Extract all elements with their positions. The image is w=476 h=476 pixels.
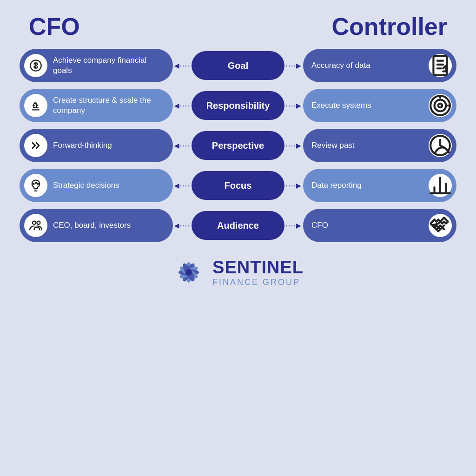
left-connector-2: ◀···· [174,142,190,149]
row-3: Strategic decisions ◀···· Focus ····▶ Da… [20,169,456,202]
svg-point-17 [35,182,36,183]
brand-name: SENTINEL [212,258,304,278]
page: CFO Controller Achieve company financial… [15,13,461,463]
center-pill-4: Audience [192,211,284,240]
right-connector-0: ····▶ [286,62,302,69]
left-icon-0 [24,54,47,77]
row-0: Achieve company financial goals ◀···· Go… [20,49,456,82]
right-text-2: Review past [311,140,423,151]
row-2: Forward-thinking ◀···· Perspective ····▶… [20,129,456,162]
right-text-3: Data reporting [311,180,423,191]
cfo-header: CFO [29,13,80,40]
svg-point-23 [33,221,36,225]
svg-point-31 [185,269,192,276]
svg-point-11 [434,100,446,112]
right-pill-3: Data reporting [303,169,456,202]
left-pill-4: CEO, board, investors [20,209,173,242]
left-text-1: Create structure & scale the company [53,95,165,116]
left-connector-0: ◀···· [174,62,190,69]
right-text-1: Execute systems [311,100,423,111]
right-icon-2 [429,134,452,157]
right-icon-4 [429,214,452,237]
left-connector-4: ◀···· [174,222,190,229]
left-icon-2 [24,134,47,157]
left-icon-4 [24,214,47,237]
left-text-4: CEO, board, investors [53,220,131,231]
right-text-4: CFO [311,220,423,231]
right-connector-4: ····▶ [286,222,302,229]
left-pill-2: Forward-thinking [20,129,173,162]
left-connector-3: ◀···· [174,182,190,189]
svg-point-24 [37,221,40,225]
left-text-3: Strategic decisions [53,180,119,191]
center-pill-2: Perspective [192,131,284,160]
left-pill-3: Strategic decisions [20,169,173,202]
right-pill-0: Accuracy of data [303,49,456,82]
right-pill-2: Review past [303,129,456,162]
row-4: CEO, board, investors ◀···· Audience ···… [20,209,456,242]
left-icon-3 [24,174,47,197]
right-text-0: Accuracy of data [311,60,423,71]
logo-text: SENTINEL FINANCE GROUP [212,258,304,287]
right-connector-2: ····▶ [286,142,302,149]
right-connector-3: ····▶ [286,182,302,189]
left-pill-0: Achieve company financial goals [20,49,173,82]
center-pill-3: Focus [192,171,284,200]
center-pill-1: Responsibility [192,91,284,120]
left-pill-1: Create structure & scale the company [20,89,173,122]
right-icon-1 [429,94,452,117]
footer: SENTINEL FINANCE GROUP [172,256,304,289]
left-connector-1: ◀···· [174,102,190,109]
right-connector-1: ····▶ [286,102,302,109]
comparison-rows: Achieve company financial goals ◀···· Go… [15,49,461,242]
column-headers: CFO Controller [15,13,461,40]
logo-icon [172,256,205,289]
svg-point-12 [438,104,442,107]
right-icon-3 [429,174,452,197]
left-icon-1 [24,94,47,117]
left-text-0: Achieve company financial goals [53,55,165,76]
svg-point-16 [33,183,34,184]
right-pill-4: CFO [303,209,456,242]
center-pill-0: Goal [192,51,284,80]
controller-header: Controller [332,13,447,40]
row-1: Create structure & scale the company ◀··… [20,89,456,122]
right-pill-1: Execute systems [303,89,456,122]
svg-point-18 [38,183,39,184]
left-text-2: Forward-thinking [53,140,112,151]
right-icon-0 [429,54,452,77]
brand-sub: FINANCE GROUP [212,278,304,287]
